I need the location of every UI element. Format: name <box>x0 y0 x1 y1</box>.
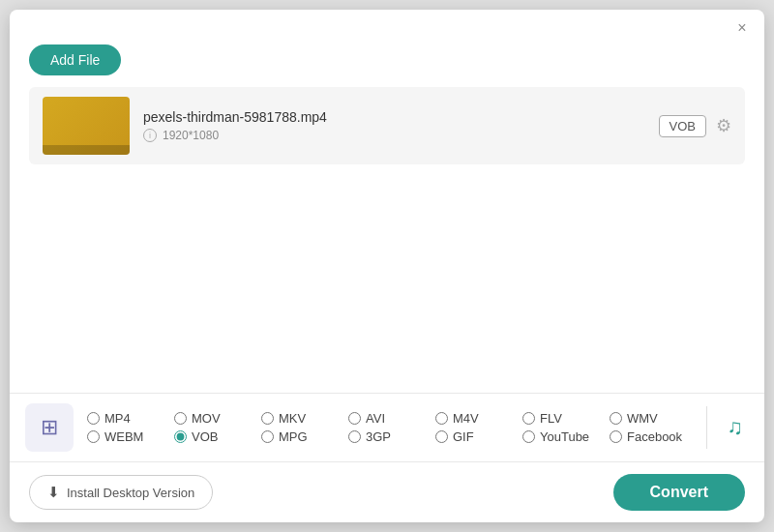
install-desktop-button[interactable]: ⬇ Install Desktop Version <box>29 475 213 510</box>
format-radio-avi[interactable] <box>348 412 361 425</box>
format-option-vob[interactable]: VOB <box>174 429 261 444</box>
format-option-m4v[interactable]: M4V <box>435 411 522 426</box>
settings-icon[interactable]: ⚙ <box>716 115 731 136</box>
download-icon: ⬇ <box>47 484 60 501</box>
format-option-mp4[interactable]: MP4 <box>87 411 174 426</box>
format-label-mpg: MPG <box>279 429 308 444</box>
format-option-mkv[interactable]: MKV <box>261 411 348 426</box>
format-badge[interactable]: VOB <box>659 115 706 137</box>
file-meta: i 1920*1080 <box>143 129 645 142</box>
format-label-wmv: WMV <box>627 411 658 426</box>
bottom-bar: ⬇ Install Desktop Version Convert <box>10 461 764 522</box>
toolbar: Add File <box>10 37 764 87</box>
title-bar: × <box>10 10 764 37</box>
format-radio-vob[interactable] <box>174 430 187 443</box>
format-option-webm[interactable]: WEBM <box>87 429 174 444</box>
format-label-3gp: 3GP <box>366 429 391 444</box>
format-option-wmv[interactable]: WMV <box>610 411 697 426</box>
install-label: Install Desktop Version <box>67 486 194 500</box>
format-video-icon-box[interactable]: ⊞ <box>25 403 74 452</box>
format-option-youtube[interactable]: YouTube <box>522 429 610 444</box>
format-label-avi: AVI <box>366 411 385 426</box>
format-label-facebook: Facebook <box>627 429 682 444</box>
format-radio-flv[interactable] <box>522 412 535 425</box>
format-option-facebook[interactable]: Facebook <box>610 429 697 444</box>
format-radio-youtube[interactable] <box>522 430 535 443</box>
file-list: pexels-thirdman-5981788.mp4 i 1920*1080 … <box>10 87 764 393</box>
format-label-webm: WEBM <box>104 429 143 444</box>
format-option-gif[interactable]: GIF <box>435 429 522 444</box>
format-label-vob: VOB <box>192 429 218 444</box>
music-icon-box[interactable]: ♫ <box>706 406 749 449</box>
film-icon: ⊞ <box>41 415 58 440</box>
format-radio-mov[interactable] <box>174 412 187 425</box>
file-info: pexels-thirdman-5981788.mp4 i 1920*1080 <box>143 109 645 142</box>
format-section: ⊞ MP4 MOV MKV AVI M4V <box>10 393 764 461</box>
close-button[interactable]: × <box>733 19 751 37</box>
file-actions: VOB ⚙ <box>659 115 731 137</box>
format-radio-3gp[interactable] <box>348 430 361 443</box>
format-grid: MP4 MOV MKV AVI M4V FLV <box>87 411 697 444</box>
format-label-flv: FLV <box>540 411 562 426</box>
format-option-mpg[interactable]: MPG <box>261 429 348 444</box>
format-option-flv[interactable]: FLV <box>522 411 610 426</box>
format-option-3gp[interactable]: 3GP <box>348 429 435 444</box>
format-radio-mpg[interactable] <box>261 430 274 443</box>
music-icon: ♫ <box>727 415 743 440</box>
format-label-mkv: MKV <box>279 411 306 426</box>
format-radio-gif[interactable] <box>435 430 448 443</box>
file-thumbnail <box>43 97 130 155</box>
add-file-button[interactable]: Add File <box>29 44 121 75</box>
app-window: × Add File pexels-thirdman-5981788.mp4 i… <box>10 10 764 522</box>
format-option-mov[interactable]: MOV <box>174 411 261 426</box>
format-label-youtube: YouTube <box>540 429 589 444</box>
format-label-gif: GIF <box>453 429 474 444</box>
format-radio-webm[interactable] <box>87 430 100 443</box>
format-radio-facebook[interactable] <box>610 430 622 443</box>
file-resolution: 1920*1080 <box>163 129 219 142</box>
file-item: pexels-thirdman-5981788.mp4 i 1920*1080 … <box>29 87 745 164</box>
convert-button[interactable]: Convert <box>613 474 745 511</box>
format-radio-wmv[interactable] <box>610 412 622 425</box>
format-label-mov: MOV <box>192 411 221 426</box>
format-option-avi[interactable]: AVI <box>348 411 435 426</box>
format-label-m4v: M4V <box>453 411 479 426</box>
format-radio-m4v[interactable] <box>435 412 448 425</box>
format-label-mp4: MP4 <box>104 411 131 426</box>
format-radio-mp4[interactable] <box>87 412 100 425</box>
format-radio-mkv[interactable] <box>261 412 274 425</box>
info-icon: i <box>143 129 157 142</box>
file-name: pexels-thirdman-5981788.mp4 <box>143 109 645 125</box>
